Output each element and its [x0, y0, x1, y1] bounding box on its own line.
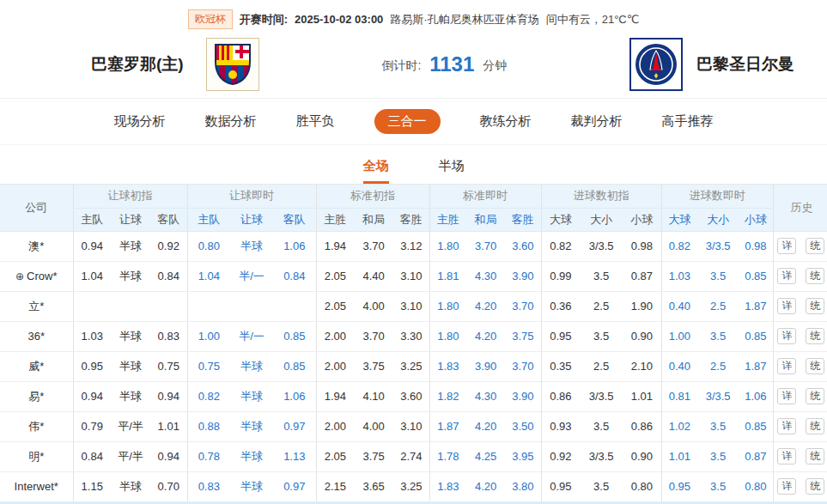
history-column-header: 历史: [773, 185, 827, 231]
countdown-unit: 分钟: [483, 58, 507, 72]
nav-tab-数据分析[interactable]: 数据分析: [205, 110, 257, 133]
odds-value: 0.36: [541, 291, 580, 321]
odds-value: 0.70: [150, 471, 187, 501]
stats-button[interactable]: 统: [806, 358, 824, 374]
odds-subheader: 主队: [73, 208, 111, 231]
odds-value: 0.35: [541, 351, 580, 381]
odds-value: 3/3.5: [580, 231, 623, 261]
odds-value: 0.78: [187, 441, 230, 471]
odds-value: 2.05: [316, 441, 354, 471]
kickoff-time: 2025-10-02 03:00: [295, 13, 383, 26]
odds-value: 1.78: [429, 441, 466, 471]
stats-button[interactable]: 统: [806, 268, 824, 284]
home-team-name: 巴塞罗那(主): [91, 53, 184, 76]
odds-subheader: 大球: [661, 208, 697, 231]
action-cell: 详: [773, 471, 800, 501]
odds-value: 1.00: [187, 321, 230, 351]
odds-value: 3.70: [354, 321, 393, 351]
period-tab-全场[interactable]: 全场: [363, 158, 389, 184]
odds-value: 2.00: [316, 351, 354, 381]
odds-value: 4.30: [466, 381, 505, 411]
nav-tab-现场分析[interactable]: 现场分析: [114, 110, 166, 133]
detail-button[interactable]: 详: [777, 388, 796, 404]
detail-button[interactable]: 详: [777, 268, 796, 284]
odds-value: 3.90: [466, 351, 505, 381]
odds-value: 1.01: [623, 381, 661, 411]
odds-value: 0.95: [73, 351, 111, 381]
odds-value: 0.40: [661, 351, 697, 381]
odds-row: 立*2.054.003.101.804.203.700.362.51.900.4…: [0, 291, 827, 321]
odds-value: 0.82: [661, 231, 697, 261]
nav-tab-裁判分析[interactable]: 裁判分析: [571, 110, 623, 133]
odds-value: 0.98: [623, 231, 661, 261]
odds-value: 4.30: [466, 261, 505, 291]
period-tab-半场[interactable]: 半场: [439, 158, 465, 184]
nav-tab-教练分析[interactable]: 教练分析: [480, 110, 532, 133]
odds-row: 明*0.84平/半0.940.78半球1.132.053.752.741.784…: [0, 441, 827, 471]
stats-button[interactable]: 统: [806, 388, 824, 404]
odds-value: 0.94: [73, 231, 111, 261]
odds-value: 3.5: [580, 321, 623, 351]
stats-button[interactable]: 统: [806, 478, 824, 495]
odds-value: 3.70: [354, 231, 393, 261]
stats-button[interactable]: 统: [806, 328, 824, 344]
stats-button[interactable]: 统: [806, 238, 824, 254]
odds-value: 2.5: [580, 291, 623, 321]
odds-value: 2.00: [316, 411, 354, 441]
detail-button[interactable]: 详: [777, 358, 796, 374]
nav-tab-三合一[interactable]: 三合一: [374, 109, 441, 134]
odds-value: 3.90: [505, 381, 541, 411]
odds-value: 0.97: [273, 471, 316, 501]
odds-value: 4.00: [354, 411, 393, 441]
odds-subheader: 让球: [230, 208, 273, 231]
barcelona-crest-icon: [213, 43, 252, 86]
odds-value: 0.84: [150, 261, 187, 291]
psg-crest-icon: [635, 43, 678, 86]
odds-table-container: 公司让球初指让球即时标准初指标准即时进球数初指进球数即时历史主队让球客队主队让球…: [0, 185, 827, 504]
odds-value: 1.00: [661, 321, 697, 351]
odds-value: 4.25: [466, 441, 505, 471]
odds-value: 0.93: [541, 411, 580, 441]
odds-value: 3.5: [580, 471, 623, 501]
odds-value: 0.92: [150, 231, 187, 261]
odds-value: 2.00: [316, 321, 354, 351]
detail-button[interactable]: 详: [777, 328, 796, 344]
action-cell: 详: [773, 261, 800, 291]
stats-button[interactable]: 统: [806, 448, 824, 465]
detail-button[interactable]: 详: [777, 238, 796, 254]
nav-tab-胜平负[interactable]: 胜平负: [296, 110, 335, 133]
match-info-bar: 欧冠杯 开赛时间: 2025-10-02 03:00 路易斯·孔帕尼奥林匹亚体育…: [0, 0, 827, 29]
odds-value: 2.5: [697, 351, 739, 381]
odds-value: 0.79: [73, 411, 111, 441]
odds-value: 2.05: [316, 291, 354, 321]
odds-value: 0.84: [73, 441, 111, 471]
odds-subheader: 小球: [623, 208, 661, 231]
detail-button[interactable]: 详: [777, 418, 796, 434]
nav-tab-高手推荐[interactable]: 高手推荐: [662, 110, 714, 133]
odds-value: 0.75: [150, 351, 187, 381]
odds-value: 2.5: [697, 291, 739, 321]
odds-value: 0.75: [187, 351, 230, 381]
odds-value: 半球: [111, 321, 150, 351]
odds-value: [230, 291, 273, 321]
odds-value: 3.70: [466, 231, 505, 261]
company-name: 36*: [0, 321, 73, 351]
stats-button[interactable]: 统: [806, 298, 824, 314]
odds-subheader: 让球: [111, 208, 150, 231]
detail-button[interactable]: 详: [777, 298, 796, 314]
odds-value: 4.10: [354, 381, 393, 411]
odds-value: 1.83: [429, 351, 466, 381]
odds-value: 0.99: [541, 261, 580, 291]
league-badge[interactable]: 欧冠杯: [188, 9, 233, 29]
stats-button[interactable]: 统: [806, 418, 824, 434]
odds-value: 1.80: [429, 231, 466, 261]
odds-value: 3/3.5: [697, 381, 739, 411]
detail-button[interactable]: 详: [777, 478, 796, 495]
odds-row: 澳*0.94半球0.920.80半球1.061.943.703.121.803.…: [0, 231, 827, 261]
odds-value: 半球: [230, 351, 273, 381]
detail-button[interactable]: 详: [777, 448, 796, 465]
odds-value: 1.81: [429, 261, 466, 291]
odds-value: 半球: [230, 381, 273, 411]
odds-value: 0.86: [541, 381, 580, 411]
company-name: 立*: [0, 291, 73, 321]
